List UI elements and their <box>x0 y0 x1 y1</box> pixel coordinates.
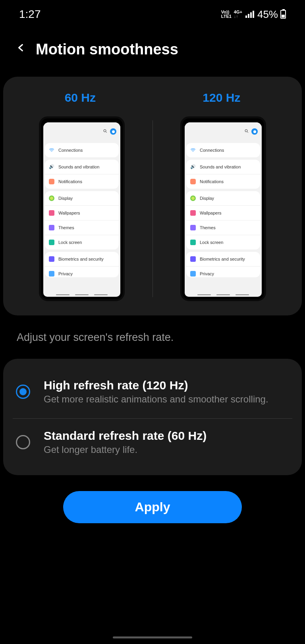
lock-icon <box>49 240 54 245</box>
preview-panel: 60 Hz 120 Hz Connections 🔊Sounds and vib… <box>3 77 302 315</box>
display-icon <box>190 195 196 201</box>
header: Motion smoothness <box>0 25 305 70</box>
hz-120-label: 120 Hz <box>203 91 240 104</box>
list-item-label: Wallpapers <box>200 211 222 215</box>
themes-icon <box>190 225 196 230</box>
avatar-icon <box>251 128 258 135</box>
network-indicator: 4G+ ↓↑ <box>234 10 242 19</box>
option-title: Standard refresh rate (60 Hz) <box>44 429 207 443</box>
battery-percentage: 45% <box>257 8 278 21</box>
signal-icon <box>245 11 254 18</box>
list-item-label: Lock screen <box>200 240 223 245</box>
list-item-label: Themes <box>200 225 216 230</box>
list-item-label: Sounds and vibration <box>58 164 99 169</box>
option-standard-refresh[interactable]: Standard refresh rate (60 Hz) Get longer… <box>13 421 292 463</box>
radio-unselected-icon[interactable] <box>16 435 30 449</box>
wifi-icon <box>49 147 54 153</box>
privacy-icon <box>190 271 196 277</box>
list-item-label: Notifications <box>200 179 224 184</box>
options-panel: High refresh rate (120 Hz) Get more real… <box>3 359 302 475</box>
option-title: High refresh rate (120 Hz) <box>44 379 268 392</box>
notifications-icon <box>49 179 54 184</box>
notifications-icon <box>190 179 196 184</box>
list-item-label: Biometrics and security <box>200 257 245 261</box>
svg-line-3 <box>247 132 249 133</box>
nav-bar-icon <box>197 294 249 295</box>
status-bar: 1:27 Vo)) LTE1 4G+ ↓↑ 45% <box>0 0 305 25</box>
svg-point-0 <box>104 130 106 132</box>
list-item-label: Display <box>200 196 214 201</box>
list-item-label: Privacy <box>200 271 214 276</box>
list-item-label: Privacy <box>58 271 73 276</box>
display-icon <box>49 195 54 201</box>
list-item-label: Wallpapers <box>58 211 80 215</box>
list-item-label: Sounds and vibration <box>200 164 241 169</box>
nav-bar-icon <box>56 294 108 295</box>
radio-selected-icon[interactable] <box>16 385 30 399</box>
list-item-label: Connections <box>200 148 224 153</box>
back-button[interactable] <box>16 41 26 58</box>
status-time: 1:27 <box>19 8 41 21</box>
battery-icon <box>280 10 286 19</box>
hz-60-label: 60 Hz <box>65 91 96 104</box>
search-icon <box>244 128 249 135</box>
themes-icon <box>49 225 54 230</box>
privacy-icon <box>49 271 54 277</box>
shield-icon <box>190 256 196 262</box>
list-item-label: Notifications <box>58 179 82 184</box>
status-right: Vo)) LTE1 4G+ ↓↑ 45% <box>221 8 286 21</box>
search-icon <box>103 128 108 135</box>
phone-preview-60hz: Connections 🔊Sounds and vibration Notifi… <box>39 116 125 301</box>
list-item-label: Themes <box>58 225 74 230</box>
lock-icon <box>190 240 196 245</box>
sound-icon: 🔊 <box>190 164 196 170</box>
list-item-label: Biometrics and security <box>58 257 104 261</box>
description-text: Adjust your screen's refresh rate. <box>0 315 305 348</box>
wifi-icon <box>190 147 196 153</box>
svg-point-2 <box>245 130 247 132</box>
list-item-label: Display <box>58 196 73 201</box>
phone-preview-120hz: Connections 🔊Sounds and vibration Notifi… <box>180 116 266 301</box>
option-high-refresh[interactable]: High refresh rate (120 Hz) Get more real… <box>13 371 292 419</box>
wallpapers-icon <box>49 210 54 216</box>
avatar-icon <box>110 128 116 135</box>
apply-button[interactable]: Apply <box>63 491 242 523</box>
option-subtitle: Get more realistic animations and smooth… <box>44 394 268 405</box>
shield-icon <box>49 256 54 262</box>
page-title: Motion smoothness <box>36 41 178 58</box>
list-item-label: Connections <box>58 148 83 153</box>
wallpapers-icon <box>190 210 196 216</box>
list-item-label: Lock screen <box>58 240 82 245</box>
svg-line-1 <box>106 132 107 133</box>
sound-icon: 🔊 <box>49 164 54 170</box>
option-subtitle: Get longer battery life. <box>44 444 207 455</box>
home-indicator[interactable] <box>113 636 192 638</box>
volte-indicator: Vo)) LTE1 <box>221 10 232 19</box>
vertical-divider <box>152 120 153 297</box>
